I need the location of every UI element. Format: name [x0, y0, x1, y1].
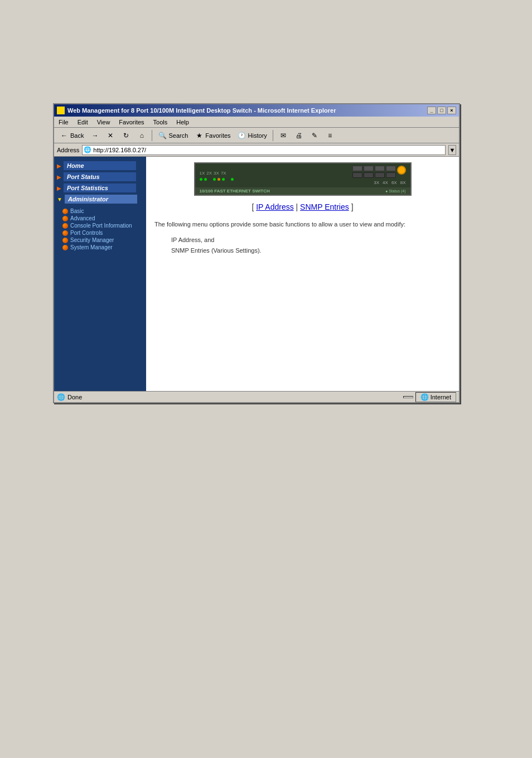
page-items: IP Address, and SNMP Entries (Various Se…	[171, 235, 451, 257]
sub-nav-console[interactable]: Console Port Information	[62, 223, 143, 229]
home-icon: ⌂	[137, 131, 146, 140]
back-icon: ←	[60, 131, 69, 140]
switch-bottom-panel: 10/100 FAST ETHERNET SWITCH ● Status (4)	[195, 187, 410, 195]
menu-view[interactable]: View	[95, 118, 112, 126]
address-dropdown[interactable]: ▼	[448, 145, 456, 155]
browser-content: ▶ Home ▶ Port Status ▶ Port Statistics ▼…	[54, 157, 459, 391]
stop-icon: ✕	[106, 131, 115, 140]
menu-tools[interactable]: Tools	[152, 118, 170, 126]
history-button[interactable]: 🕐 History	[235, 129, 270, 142]
stop-button[interactable]: ✕	[103, 129, 118, 142]
sub-nav-label-security: Security Manager	[70, 237, 114, 243]
nav-arrow-port-statistics: ▶	[57, 185, 61, 191]
sub-nav-advanced[interactable]: Advanced	[62, 215, 143, 221]
history-icon: 🕐	[238, 131, 246, 140]
menu-favorites[interactable]: Favorites	[117, 118, 146, 126]
title-bar: Web Management for 8 Port 10/100M Intell…	[54, 104, 459, 117]
back-button[interactable]: ← Back	[57, 129, 86, 142]
sub-nav-label-port-controls: Port Controls	[70, 230, 103, 236]
switch-label-1: 1X	[200, 171, 205, 176]
header-bracket-close: ]	[351, 202, 354, 211]
switch-model-label: 10/100 FAST ETHERNET SWITCH	[200, 189, 270, 194]
nav-arrow-administrator: ▼	[57, 196, 62, 202]
sub-nav-dot-basic	[62, 209, 68, 214]
switch-label-3: 3X	[214, 171, 219, 176]
nav-port-status[interactable]: ▶ Port Status	[57, 172, 143, 181]
nav-arrow-port-status: ▶	[57, 174, 61, 180]
switch-port-8	[386, 172, 396, 178]
header-separator: |	[296, 202, 301, 211]
mail-button[interactable]: ✉	[276, 129, 291, 142]
led-2	[204, 178, 207, 181]
title-controls[interactable]: _ □ ×	[427, 107, 456, 114]
forward-icon: →	[90, 131, 99, 140]
nav-administrator[interactable]: ▼ Administrator	[57, 195, 143, 204]
menu-edit[interactable]: Edit	[76, 118, 90, 126]
mail-icon: ✉	[279, 131, 288, 140]
nav-home[interactable]: ▶ Home	[57, 161, 143, 170]
sub-nav-security[interactable]: Security Manager	[62, 237, 143, 243]
nav-port-statistics[interactable]: ▶ Port Statistics	[57, 184, 143, 192]
window-title: Web Management for 8 Port 10/100M Intell…	[67, 107, 336, 114]
sub-nav-dot-advanced	[62, 216, 68, 221]
led-5	[217, 178, 220, 181]
port-label-3x: 3X	[374, 180, 379, 185]
search-button[interactable]: 🔍 Search	[155, 129, 191, 142]
led-3	[209, 178, 211, 181]
refresh-button[interactable]: ↻	[119, 129, 133, 142]
toolbar-separator	[152, 130, 152, 141]
switch-image: 1X 2X 3X 7X	[194, 162, 412, 196]
page-icon: 🌐	[57, 393, 65, 401]
ip-address-link[interactable]: IP Address	[256, 202, 293, 211]
port-label-4x: 4X	[383, 180, 388, 185]
sub-nav-dot-security	[62, 238, 68, 243]
sub-nav-basic[interactable]: Basic	[62, 208, 143, 214]
browser-window: Web Management for 8 Port 10/100M Intell…	[53, 103, 460, 403]
switch-port-1	[352, 166, 362, 171]
nav-label-administrator: Administrator	[65, 195, 137, 204]
led-7	[226, 178, 229, 181]
sub-nav-port-controls[interactable]: Port Controls	[62, 230, 143, 236]
status-left: 🌐 Done	[57, 393, 82, 401]
switch-port-5	[352, 172, 362, 178]
toolbar: ← Back → ✕ ↻ ⌂ 🔍 Search ★ Favorites 🕐 Hi…	[54, 128, 459, 143]
sub-nav-label-advanced: Advanced	[70, 215, 95, 221]
discuss-button[interactable]: ≡	[323, 129, 337, 142]
menu-bar: File Edit View Favorites Tools Help	[54, 117, 459, 128]
snmp-entries-link[interactable]: SNMP Entries	[300, 202, 349, 211]
led-1	[200, 178, 202, 181]
led-4	[213, 178, 216, 181]
refresh-icon: ↻	[122, 131, 130, 140]
discuss-icon: ≡	[326, 131, 335, 140]
switch-port-4	[386, 166, 396, 171]
status-right: 🌐 Internet	[403, 392, 456, 402]
edit-button[interactable]: ✎	[307, 129, 322, 142]
toolbar-separator-2	[273, 130, 273, 141]
home-button[interactable]: ⌂	[134, 129, 149, 142]
menu-file[interactable]: File	[57, 118, 70, 126]
nav-label-port-statistics: Port Statistics	[64, 184, 136, 192]
status-panel-zone: 🌐 Internet	[415, 392, 456, 402]
favorites-button[interactable]: ★ Favorites	[192, 129, 233, 142]
favorites-icon: ★	[195, 131, 204, 140]
address-input[interactable]: 🌐 http://192.168.0.27/	[82, 145, 446, 155]
sub-nav-label-console: Console Port Information	[70, 223, 132, 229]
browser-icon	[57, 107, 65, 114]
switch-port-2	[364, 166, 374, 171]
led-8	[231, 178, 234, 181]
close-button[interactable]: ×	[447, 107, 456, 114]
address-label: Address	[57, 147, 79, 153]
address-bar: Address 🌐 http://192.168.0.27/ ▼	[54, 143, 459, 157]
sub-nav-dot-port-controls	[62, 230, 68, 236]
status-bar: 🌐 Done 🌐 Internet	[54, 391, 459, 402]
sub-nav-label-basic: Basic	[70, 208, 84, 214]
address-value: http://192.168.0.27/	[93, 147, 146, 153]
maximize-button[interactable]: □	[437, 107, 446, 114]
sidebar: ▶ Home ▶ Port Status ▶ Port Statistics ▼…	[54, 157, 146, 391]
item-1: IP Address, and	[171, 235, 451, 246]
minimize-button[interactable]: _	[427, 107, 436, 114]
print-button[interactable]: 🖨	[292, 129, 306, 142]
sub-nav-system[interactable]: System Manager	[62, 244, 143, 250]
forward-button[interactable]: →	[88, 129, 102, 142]
menu-help[interactable]: Help	[175, 118, 191, 126]
